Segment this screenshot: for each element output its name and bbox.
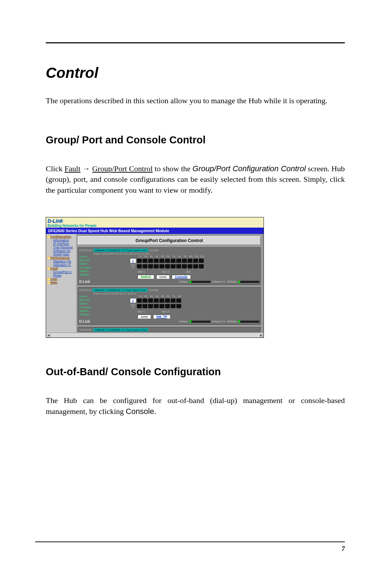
hub1-brand: D-Link [79, 280, 90, 284]
slot2-label: Slot 2: [162, 270, 170, 273]
nav-label: Configuration [50, 235, 71, 239]
doc-icon: ▫ [50, 246, 53, 249]
port-icon[interactable] [137, 304, 142, 308]
main-panel: Group/Port Configuration Control DFE2624… [76, 234, 264, 333]
brand-logo: D-Link [48, 218, 63, 224]
port-icon[interactable] [171, 304, 176, 308]
port-icon[interactable] [148, 264, 153, 268]
slot1-label: Slot 1: [138, 270, 146, 273]
led-label: Link/Rx [79, 255, 87, 259]
port-icon[interactable] [137, 264, 142, 268]
text-gpcc: Group/Port Configuration Control [192, 164, 306, 173]
nav-group-fault[interactable]: 📁Fault [47, 267, 76, 270]
hub1-ports-row-top: 1 [130, 258, 259, 263]
port-icon[interactable] [148, 259, 153, 263]
nav-group-help[interactable]: 📁Help [47, 281, 76, 284]
port-icon[interactable] [193, 259, 198, 263]
bottom-rule [35, 541, 345, 542]
hub2-port-block: 1x2x3x4x5x6x7x8x 2 Hub ID Sl [130, 295, 259, 319]
port-icon[interactable] [188, 259, 192, 263]
folder-icon: 📁 [47, 235, 50, 239]
nav-item-ip[interactable]: ▫IP Interface [50, 242, 76, 246]
port-icon[interactable] [159, 264, 164, 268]
nav-group-performance[interactable]: 📁Performance [47, 256, 76, 260]
hub2-ports-row-bot: Hub ID [130, 304, 259, 309]
port-icon[interactable] [171, 264, 176, 268]
slot1-button-none[interactable]: none [138, 315, 151, 319]
page-number: 7 [342, 545, 345, 553]
port-icon[interactable] [154, 259, 159, 263]
section1-heading: Group/ Port and Console Control [46, 134, 345, 146]
nav-item-group-port[interactable]: ▫Group/Port C [50, 270, 76, 274]
nav-item-snmp[interactable]: ▫SNMP Man [50, 253, 76, 256]
nav-label: Trap Receiver [53, 246, 73, 249]
nav-group-configuration[interactable]: 📁Configuration [47, 235, 76, 239]
nav-label: Information [53, 239, 69, 242]
port-icon[interactable] [159, 298, 164, 303]
port-icon[interactable] [142, 304, 147, 308]
hub1-led-block: Link/Rx Auto Part. Disable Port Speed 10… [79, 255, 128, 279]
port-icon[interactable] [199, 259, 204, 263]
slot1-button-switch[interactable]: Switch [138, 275, 154, 279]
port-icon[interactable] [171, 298, 176, 303]
doc-icon: ▫ [50, 260, 53, 263]
hub1-id-button[interactable]: 1 [130, 258, 136, 263]
hub1-port-numbers-top: 1x2x3x4x5x6x7x8x9x10x11x12x [138, 255, 259, 258]
port-icon[interactable] [165, 304, 170, 308]
nav-item-software[interactable]: ▫Software Do [50, 249, 76, 253]
port-icon[interactable] [137, 259, 142, 263]
doc-icon: ▫ [50, 253, 53, 256]
nav-item-statistics[interactable]: ▫Statistics (Ta [50, 260, 76, 263]
hub3-model: DFE1602i [79, 328, 92, 332]
port-icon[interactable] [176, 264, 181, 268]
port-icon[interactable] [165, 259, 170, 263]
port-icon[interactable] [199, 264, 204, 268]
port-num: 5x [160, 255, 165, 258]
port-icon[interactable] [159, 304, 164, 308]
hub-1: DFE2624i 10BASE-T/100BASE-TX Dual Speed … [78, 247, 261, 285]
port-icon[interactable] [171, 259, 176, 263]
slot2-button-none[interactable]: none [156, 275, 170, 279]
nav-label: User [50, 277, 57, 281]
nav-item-reset[interactable]: ▫Reset [50, 274, 76, 277]
port-icon[interactable] [193, 264, 198, 268]
section1-paragraph: Click Fault → Group/Port Control to show… [46, 163, 345, 196]
hub3-pill: 10BASE-T/100BASE-TX Dual Speed Hub [93, 328, 148, 332]
port-icon[interactable] [148, 304, 153, 308]
text-oob-start: The Hub can be configured for out-of-ban… [46, 396, 345, 416]
port-icon[interactable] [176, 298, 181, 303]
port-icon[interactable] [137, 298, 142, 303]
scroll-right-icon[interactable]: ▸ [259, 333, 264, 338]
port-icon[interactable] [148, 298, 153, 303]
port-icon[interactable] [182, 259, 187, 263]
aui-button-console[interactable]: Console [172, 275, 191, 279]
nav-group-user[interactable]: 📁User [47, 277, 76, 281]
hub2-slot-buttons: none SW_TP [138, 315, 259, 319]
hub2-id-button[interactable]: 2 [130, 298, 136, 303]
nav-item-trap[interactable]: ▫Trap Receiver [50, 246, 76, 249]
port-num: 3x [149, 295, 154, 297]
port-icon[interactable] [176, 259, 181, 263]
port-icon[interactable] [154, 304, 159, 308]
port-icon[interactable] [165, 264, 170, 268]
util-label: 10Mbps [179, 320, 188, 323]
slot2-button-swtp[interactable]: SW_TP [153, 315, 170, 319]
port-icon[interactable] [154, 298, 159, 303]
port-icon[interactable] [188, 264, 192, 268]
port-icon[interactable] [176, 304, 181, 308]
port-icon[interactable] [182, 264, 187, 268]
scroll-left-icon[interactable]: ◂ [46, 333, 51, 338]
port-icon[interactable] [142, 298, 147, 303]
port-icon[interactable] [142, 264, 147, 268]
nav-label: Help [50, 281, 57, 284]
nav-item-information[interactable]: ▫Information [50, 239, 76, 242]
horizontal-scrollbar[interactable]: ◂ ▸ [46, 333, 264, 338]
hub2-slots: Slot 1: Slot 2: [138, 310, 259, 313]
port-icon[interactable] [165, 298, 170, 303]
nav-item-utilization[interactable]: ▫Utilization (C [50, 263, 76, 267]
port-icon[interactable] [154, 264, 159, 268]
port-num: 3x [149, 255, 154, 258]
port-icon[interactable] [142, 259, 147, 263]
doc-icon: ▫ [50, 242, 53, 246]
port-icon[interactable] [159, 259, 164, 263]
